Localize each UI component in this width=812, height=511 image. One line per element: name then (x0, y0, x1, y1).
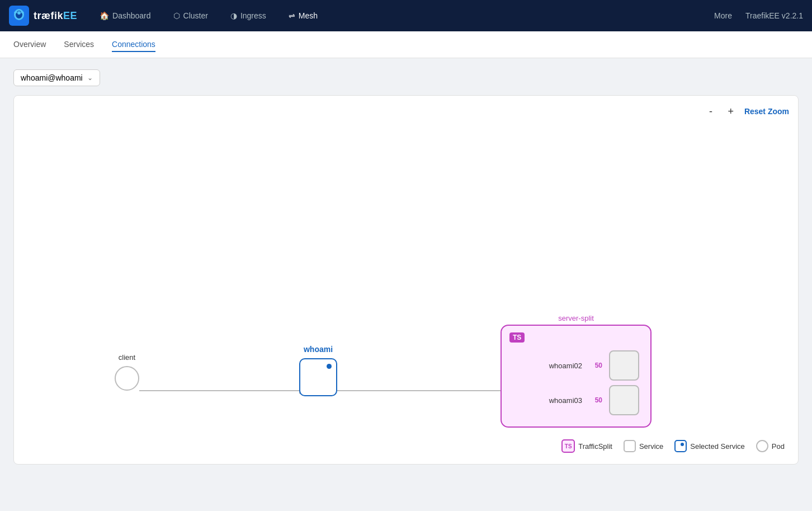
legend-ts-label: TrafficSplit (578, 442, 612, 451)
ts-service-name-1: whoami02 (513, 362, 582, 370)
legend: TS TrafficSplit Service Selected Service… (561, 439, 785, 453)
logo[interactable]: træfikEE (9, 6, 77, 26)
sub-navigation: Overview Services Connections (0, 31, 812, 58)
nav-mesh[interactable]: ⇌ Mesh (280, 7, 327, 25)
legend-selected-icon (674, 440, 687, 452)
nav-cluster[interactable]: ⬡ Cluster (164, 7, 217, 25)
zoom-out-button[interactable]: - (704, 105, 717, 118)
legend-pod-label: Pod (772, 442, 785, 451)
ts-service-row-2: whoami03 50 (513, 385, 639, 415)
mesh-icon: ⇌ (289, 11, 295, 20)
reset-zoom-button[interactable]: Reset Zoom (744, 107, 789, 116)
namespace-dropdown[interactable]: whoami@whoami ⌄ (13, 69, 100, 86)
legend-selected-label: Selected Service (690, 442, 745, 451)
legend-pod-icon (756, 440, 768, 452)
zoom-controls: - + Reset Zoom (704, 105, 789, 118)
tab-services[interactable]: Services (64, 37, 94, 52)
ts-weight-2: 50 (589, 396, 602, 404)
legend-ts-icon: TS (561, 439, 575, 453)
nav-ingress[interactable]: ◑ Ingress (221, 7, 275, 25)
ts-service-box-1 (609, 350, 639, 381)
legend-selected-dot (681, 443, 684, 446)
chevron-down-icon: ⌄ (87, 74, 93, 82)
ts-badge: TS (509, 332, 525, 343)
traffic-split-group[interactable]: server-split TS whoami02 50 whoami03 50 (501, 314, 652, 428)
selected-service-box (299, 358, 337, 396)
nav-version: TraefikEE v2.2.1 (745, 11, 803, 20)
ingress-icon: ◑ (230, 11, 237, 20)
ts-weight-1: 50 (589, 362, 602, 369)
graph-canvas[interactable]: - + Reset Zoom client whoami server-spli… (13, 95, 799, 465)
whoami-node[interactable]: whoami (299, 345, 337, 396)
connection-lines (14, 96, 798, 464)
legend-service: Service (624, 440, 663, 452)
client-circle (115, 366, 139, 391)
tab-overview[interactable]: Overview (13, 37, 46, 52)
ts-service-row-1: whoami02 50 (513, 350, 639, 381)
page-content: whoami@whoami ⌄ - + Reset Zoom client wh… (0, 58, 812, 476)
logo-icon (9, 6, 29, 26)
svg-point-3 (17, 11, 21, 15)
zoom-in-button[interactable]: + (724, 105, 738, 118)
legend-service-icon (624, 440, 636, 452)
traffic-split-box: TS whoami02 50 whoami03 50 (501, 325, 652, 428)
legend-traffic-split: TS TrafficSplit (561, 439, 612, 453)
nav-dashboard[interactable]: 🏠 Dashboard (91, 7, 160, 25)
legend-selected-service: Selected Service (674, 440, 745, 452)
ts-service-box-2 (609, 385, 639, 415)
nav-right: More TraefikEE v2.2.1 (714, 11, 803, 20)
tab-connections[interactable]: Connections (112, 37, 155, 52)
dropdown-value: whoami@whoami (21, 73, 83, 82)
legend-pod: Pod (756, 440, 785, 452)
logo-text: træfikEE (34, 10, 77, 22)
ts-service-name-2: whoami03 (513, 396, 582, 405)
top-navigation: træfikEE 🏠 Dashboard ⬡ Cluster ◑ Ingress… (0, 0, 812, 31)
whoami-label: whoami (304, 345, 333, 354)
nav-more[interactable]: More (714, 11, 732, 20)
service-dot (327, 364, 332, 369)
home-icon: 🏠 (100, 11, 109, 20)
client-label: client (119, 353, 135, 362)
traffic-split-label: server-split (501, 314, 652, 322)
legend-service-label: Service (639, 442, 663, 451)
cluster-icon: ⬡ (173, 11, 180, 20)
client-node: client (115, 353, 139, 391)
